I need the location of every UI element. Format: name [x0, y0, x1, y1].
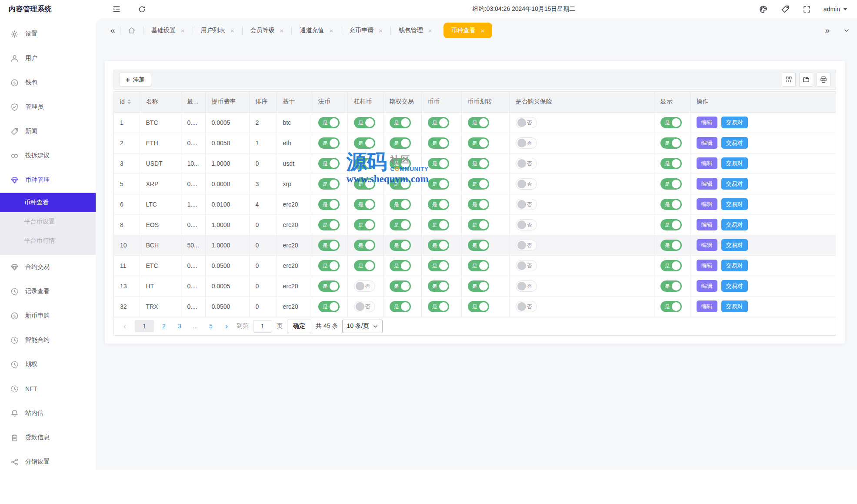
fiat-toggle[interactable]: 是 — [318, 280, 340, 292]
export-button[interactable] — [799, 73, 813, 87]
show-toggle[interactable]: 是 — [660, 301, 682, 312]
fiat-toggle[interactable]: 是 — [318, 301, 340, 312]
transfer-toggle[interactable]: 是 — [468, 301, 489, 312]
options-trade-toggle[interactable]: 是 — [390, 199, 411, 210]
user-menu[interactable]: admin — [824, 6, 847, 13]
confirm-button[interactable]: 确定 — [287, 320, 311, 333]
options-trade-toggle[interactable]: 是 — [390, 117, 411, 128]
tab-close-icon[interactable]: × — [181, 27, 185, 34]
leverage-toggle[interactable]: 否 — [354, 280, 375, 292]
page-5[interactable]: 5 — [205, 320, 217, 332]
options-trade-toggle[interactable]: 是 — [390, 219, 411, 230]
tab-close-icon[interactable]: × — [329, 27, 333, 34]
insurance-toggle[interactable]: 否 — [516, 260, 537, 271]
sidebar-item-contract-trade[interactable]: 合约交易 — [0, 255, 96, 279]
tag-icon[interactable] — [780, 4, 790, 14]
show-toggle[interactable]: 是 — [660, 117, 682, 128]
tab-币种查看[interactable]: 币种查看× — [444, 23, 493, 38]
theme-palette-icon[interactable] — [758, 4, 769, 14]
trading-pair-button[interactable]: 交易对 — [721, 137, 748, 149]
page-prev[interactable]: ‹ — [119, 320, 130, 332]
print-button[interactable] — [817, 73, 830, 87]
tab-close-icon[interactable]: × — [428, 27, 432, 34]
insurance-toggle[interactable]: 否 — [516, 178, 537, 190]
sidebar-item-messages[interactable]: 站内信 — [0, 401, 96, 425]
fiat-toggle[interactable]: 是 — [318, 219, 340, 230]
edit-button[interactable]: 编辑 — [697, 300, 717, 312]
spot-toggle[interactable]: 是 — [428, 137, 449, 149]
edit-button[interactable]: 编辑 — [697, 239, 717, 251]
refresh-icon[interactable] — [137, 4, 147, 14]
show-toggle[interactable]: 是 — [660, 158, 682, 169]
fullscreen-icon[interactable] — [802, 4, 812, 14]
sidebar-item-new-coin[interactable]: $新币申购 — [0, 304, 96, 328]
sidebar-item-distribution[interactable]: 分销设置 — [0, 450, 96, 474]
tab-close-icon[interactable]: × — [481, 27, 485, 34]
trading-pair-button[interactable]: 交易对 — [721, 300, 748, 312]
edit-button[interactable]: 编辑 — [697, 219, 717, 230]
collapse-sidebar-icon[interactable] — [111, 4, 122, 14]
fiat-toggle[interactable]: 是 — [318, 117, 340, 128]
transfer-toggle[interactable]: 是 — [468, 137, 489, 149]
leverage-toggle[interactable]: 是 — [354, 158, 375, 169]
tab-充币申请[interactable]: 充币申请× — [341, 22, 390, 39]
columns-toggle-button[interactable] — [782, 73, 796, 87]
show-toggle[interactable]: 是 — [660, 199, 682, 210]
show-toggle[interactable]: 是 — [660, 178, 682, 190]
tab-close-icon[interactable]: × — [230, 27, 234, 34]
edit-button[interactable]: 编辑 — [697, 260, 717, 271]
tab-close-icon[interactable]: × — [379, 27, 383, 34]
sidebar-item-feedback[interactable]: 投拆建议 — [0, 144, 96, 168]
tab-会员等级[interactable]: 会员等级× — [243, 22, 292, 39]
page-next[interactable]: › — [221, 320, 232, 332]
page-size-select[interactable]: 10 条/页 — [342, 320, 382, 333]
show-toggle[interactable]: 是 — [660, 280, 682, 292]
edit-button[interactable]: 编辑 — [697, 137, 717, 149]
show-toggle[interactable]: 是 — [660, 219, 682, 230]
transfer-toggle[interactable]: 是 — [468, 219, 489, 230]
insurance-toggle[interactable]: 否 — [516, 240, 537, 251]
fiat-toggle[interactable]: 是 — [318, 178, 340, 190]
sidebar-item-coin-manage[interactable]: 币种管理 — [0, 168, 96, 192]
options-trade-toggle[interactable]: 是 — [390, 137, 411, 149]
options-trade-toggle[interactable]: 是 — [390, 158, 411, 169]
transfer-toggle[interactable]: 是 — [468, 280, 489, 292]
trading-pair-button[interactable]: 交易对 — [721, 219, 748, 230]
tab-通道充值[interactable]: 通道充值× — [292, 22, 341, 39]
goto-page-input[interactable] — [253, 320, 272, 333]
options-trade-toggle[interactable]: 是 — [390, 280, 411, 292]
spot-toggle[interactable]: 是 — [428, 260, 449, 271]
edit-button[interactable]: 编辑 — [697, 157, 717, 169]
spot-toggle[interactable]: 是 — [428, 280, 449, 292]
sidebar-item-settings[interactable]: 设置 — [0, 22, 96, 46]
page-3[interactable]: 3 — [174, 320, 185, 332]
tabs-scroll-right[interactable]: » — [821, 22, 834, 39]
options-trade-toggle[interactable]: 是 — [390, 178, 411, 190]
tab-用户列表[interactable]: 用户列表× — [193, 22, 242, 39]
insurance-toggle[interactable]: 否 — [516, 301, 537, 312]
spot-toggle[interactable]: 是 — [428, 117, 449, 128]
leverage-toggle[interactable]: 否 — [354, 301, 375, 312]
spot-toggle[interactable]: 是 — [428, 158, 449, 169]
trading-pair-button[interactable]: 交易对 — [721, 280, 748, 292]
sidebar-item-wallet[interactable]: $钱包 — [0, 70, 96, 95]
page-2[interactable]: 2 — [158, 320, 170, 332]
leverage-toggle[interactable]: 是 — [354, 137, 375, 149]
transfer-toggle[interactable]: 是 — [468, 199, 489, 210]
sidebar-item-options[interactable]: 期权 — [0, 352, 96, 377]
options-trade-toggle[interactable]: 是 — [390, 260, 411, 271]
transfer-toggle[interactable]: 是 — [468, 117, 489, 128]
trading-pair-button[interactable]: 交易对 — [721, 157, 748, 169]
options-trade-toggle[interactable]: 是 — [390, 240, 411, 251]
sidebar-item-smart-contract[interactable]: 智能合约 — [0, 328, 96, 352]
trading-pair-button[interactable]: 交易对 — [721, 117, 748, 128]
trading-pair-button[interactable]: 交易对 — [721, 178, 748, 190]
sidebar-item-admins[interactable]: 管理员 — [0, 95, 96, 119]
fiat-toggle[interactable]: 是 — [318, 260, 340, 271]
spot-toggle[interactable]: 是 — [428, 178, 449, 190]
options-trade-toggle[interactable]: 是 — [390, 301, 411, 312]
tabs-dropdown-icon[interactable] — [840, 22, 853, 39]
tab-钱包管理[interactable]: 钱包管理× — [391, 22, 440, 39]
fiat-toggle[interactable]: 是 — [318, 240, 340, 251]
insurance-toggle[interactable]: 否 — [516, 219, 537, 230]
